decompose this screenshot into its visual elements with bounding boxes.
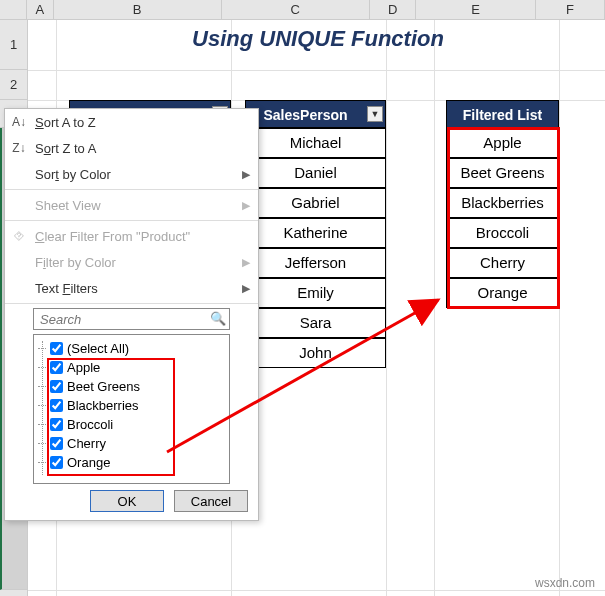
sort-za-icon: Z↓ xyxy=(11,141,27,155)
ok-button[interactable]: OK xyxy=(90,490,164,512)
cell-salesperson[interactable]: Emily xyxy=(245,278,386,308)
cell-salesperson[interactable]: Sara xyxy=(245,308,386,338)
chevron-right-icon: ▶ xyxy=(242,199,250,212)
check-select-all[interactable] xyxy=(50,342,63,355)
menu-filter-color: Filter by Color▶ xyxy=(5,249,258,275)
header-filtered: Filtered List xyxy=(446,100,559,128)
header-salesperson-label: SalesPerson xyxy=(263,107,347,123)
header-salesperson: SalesPerson▼ xyxy=(245,100,386,128)
menu-sort-za[interactable]: Z↓Sort Z to A xyxy=(5,135,258,161)
search-icon: 🔍 xyxy=(210,311,226,326)
cell-salesperson[interactable]: John xyxy=(245,338,386,368)
menu-text-filters[interactable]: Text Filters▶ xyxy=(5,275,258,301)
check-label: (Select All) xyxy=(67,341,129,356)
col-header-b[interactable]: B xyxy=(54,0,222,19)
col-header-f[interactable]: F xyxy=(536,0,605,19)
row-header-18[interactable]: 18 xyxy=(0,590,28,596)
chevron-right-icon: ▶ xyxy=(242,168,250,181)
row-header-1[interactable]: 1 xyxy=(0,20,28,70)
filter-search-input[interactable] xyxy=(33,308,230,330)
filter-dropdown-salesperson[interactable]: ▼ xyxy=(367,106,383,122)
col-header-e[interactable]: E xyxy=(416,0,536,19)
cell-salesperson[interactable]: Daniel xyxy=(245,158,386,188)
cell-salesperson[interactable]: Jefferson xyxy=(245,248,386,278)
col-header-c[interactable]: C xyxy=(222,0,371,19)
menu-sort-az[interactable]: A↓SSort A to Zort A to Z xyxy=(5,109,258,135)
cell-salesperson[interactable]: Michael xyxy=(245,128,386,158)
header-filtered-label: Filtered List xyxy=(463,107,542,123)
col-header-a[interactable]: A xyxy=(27,0,54,19)
menu-sheet-view: Sheet View▶ xyxy=(5,192,258,218)
highlight-check-items xyxy=(47,358,175,476)
col-header-d[interactable]: D xyxy=(370,0,416,19)
filter-menu: A↓SSort A to Zort A to Z Z↓Sort Z to A S… xyxy=(4,108,259,521)
cancel-button[interactable]: Cancel xyxy=(174,490,248,512)
menu-separator xyxy=(5,220,258,221)
cell-salesperson[interactable]: Gabriel xyxy=(245,188,386,218)
clear-filter-icon: ⯑ xyxy=(11,229,27,243)
menu-sort-color[interactable]: Sort by Color▶ xyxy=(5,161,258,187)
col-header-rownum[interactable] xyxy=(0,0,27,19)
chevron-right-icon: ▶ xyxy=(242,256,250,269)
menu-clear-filter: ⯑Clear Filter From "Product" xyxy=(5,223,258,249)
filter-values-list: (Select All) Apple Beet Greens Blackberr… xyxy=(33,334,230,484)
chevron-right-icon: ▶ xyxy=(242,282,250,295)
highlight-filtered-list xyxy=(447,127,560,309)
row-header-2[interactable]: 2 xyxy=(0,70,28,100)
page-title: Using UNIQUE Function xyxy=(68,26,568,52)
sort-az-icon: A↓ xyxy=(11,115,27,129)
menu-separator xyxy=(5,189,258,190)
menu-separator xyxy=(5,303,258,304)
cell-salesperson[interactable]: Katherine xyxy=(245,218,386,248)
watermark: wsxdn.com xyxy=(535,576,595,590)
